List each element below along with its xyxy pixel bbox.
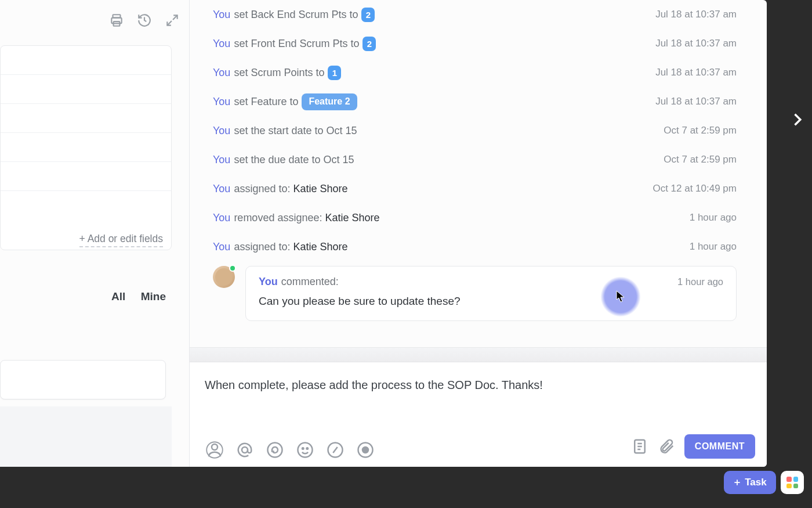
svg-point-15 xyxy=(362,447,368,453)
actor: You xyxy=(213,67,230,79)
comment-actor: You xyxy=(259,276,278,288)
compose-input[interactable]: When complete, please add the process to… xyxy=(205,379,543,392)
activity-text: set Front End Scrum Pts to xyxy=(234,38,359,50)
actor: You xyxy=(213,241,230,253)
slash-command-icon[interactable] xyxy=(327,441,344,459)
field-row[interactable] xyxy=(1,162,171,191)
left-input-card[interactable] xyxy=(0,360,166,399)
comment-block: You commented: 1 hour ago Can you please… xyxy=(213,266,737,321)
timestamp: Oct 7 at 2:59 pm xyxy=(664,125,737,136)
actor: You xyxy=(213,212,230,224)
timestamp: Jul 18 at 10:37 am xyxy=(655,67,737,78)
tab-all[interactable]: All xyxy=(111,290,125,303)
svg-line-4 xyxy=(167,21,172,26)
comment-body: Can you please be sure to update these? xyxy=(259,295,723,308)
timestamp: 1 hour ago xyxy=(690,241,737,253)
custom-fields-card: + Add or edit fields xyxy=(0,45,172,250)
points-badge: 2 xyxy=(361,8,375,22)
activity-row: You set the due date to Oct 15 Oct 7 at … xyxy=(213,145,737,174)
actor: You xyxy=(213,38,230,50)
apps-button[interactable] xyxy=(781,471,804,494)
chevron-right-icon[interactable] xyxy=(789,111,805,128)
comment-timestamp: 1 hour ago xyxy=(677,276,723,287)
assignee-name: Katie Shore xyxy=(293,183,347,195)
timestamp: Jul 18 at 10:37 am xyxy=(655,38,737,49)
section-divider xyxy=(190,347,767,362)
timestamp: Oct 12 at 10:49 pm xyxy=(652,183,737,194)
notes-icon[interactable] xyxy=(631,438,648,455)
activity-feed: You set Back End Scrum Pts to 2 Jul 18 a… xyxy=(213,0,737,321)
mention-icon[interactable] xyxy=(236,441,253,459)
activity-text: set the start date to Oct 15 xyxy=(234,125,357,137)
assign-icon[interactable] xyxy=(206,441,223,459)
assignee-name: Katie Shore xyxy=(325,212,379,224)
actor: You xyxy=(213,154,230,166)
compose-area: When complete, please add the process to… xyxy=(190,362,767,467)
assignee-name: Katie Shore xyxy=(293,241,347,253)
timestamp: Jul 18 at 10:37 am xyxy=(655,9,737,20)
left-shade xyxy=(0,406,172,467)
history-icon[interactable] xyxy=(137,13,152,28)
comment-button[interactable]: COMMENT xyxy=(684,434,755,459)
new-task-button[interactable]: Task xyxy=(724,471,776,494)
field-row[interactable] xyxy=(1,191,171,220)
activity-text: set Back End Scrum Pts to xyxy=(234,9,358,21)
svg-line-13 xyxy=(333,447,338,453)
svg-point-7 xyxy=(242,447,248,453)
activity-row: You assigned to: Katie Shore Oct 12 at 1… xyxy=(213,174,737,203)
print-icon[interactable] xyxy=(109,13,124,28)
actor: You xyxy=(213,183,230,195)
activity-text: set Scrum Points to xyxy=(234,67,324,79)
attachment-icon[interactable] xyxy=(658,438,675,455)
activity-row: You set Feature to Feature 2 Jul 18 at 1… xyxy=(213,87,737,116)
activity-text: assigned to: xyxy=(234,241,290,253)
timestamp: 1 hour ago xyxy=(690,212,737,224)
field-row[interactable] xyxy=(1,133,171,162)
field-row[interactable] xyxy=(1,46,171,75)
add-edit-fields-link[interactable]: + Add or edit fields xyxy=(79,233,163,247)
svg-point-5 xyxy=(212,444,217,450)
emoji-icon[interactable] xyxy=(296,441,314,459)
activity-row: You assigned to: Katie Shore 1 hour ago xyxy=(213,232,737,261)
apps-grid-icon xyxy=(786,477,798,488)
field-row[interactable] xyxy=(1,104,171,133)
svg-point-10 xyxy=(302,448,304,449)
activity-text: removed assignee: xyxy=(234,212,322,224)
record-icon[interactable] xyxy=(357,441,374,459)
points-badge: 2 xyxy=(362,37,376,51)
activity-row: You set Front End Scrum Pts to 2 Jul 18 … xyxy=(213,29,737,58)
avatar[interactable] xyxy=(213,266,235,288)
svg-point-8 xyxy=(268,443,282,457)
plus-icon xyxy=(733,478,741,487)
comment-label: commented: xyxy=(281,276,339,288)
feature-badge: Feature 2 xyxy=(302,93,357,110)
activity-text: assigned to: xyxy=(234,183,290,195)
tab-mine[interactable]: Mine xyxy=(141,290,166,303)
activity-row: You removed assignee: Katie Shore 1 hour… xyxy=(213,203,737,232)
timestamp: Jul 18 at 10:37 am xyxy=(655,96,737,107)
svg-point-9 xyxy=(298,443,313,457)
new-task-label: Task xyxy=(745,477,767,488)
svg-line-3 xyxy=(173,15,177,20)
actor: You xyxy=(213,96,230,108)
field-row[interactable] xyxy=(1,75,171,104)
expand-icon[interactable] xyxy=(165,13,180,28)
activity-row: You set Back End Scrum Pts to 2 Jul 18 a… xyxy=(213,0,737,29)
points-badge: 1 xyxy=(328,66,341,80)
svg-point-11 xyxy=(307,448,309,449)
actor: You xyxy=(213,125,230,137)
comment-card[interactable]: You commented: 1 hour ago Can you please… xyxy=(245,266,737,321)
activity-text: set Feature to xyxy=(234,96,298,108)
activity-text: set the due date to Oct 15 xyxy=(234,154,354,166)
timestamp: Oct 7 at 2:59 pm xyxy=(664,154,737,165)
activity-row: You set Scrum Points to 1 Jul 18 at 10:3… xyxy=(213,58,737,87)
presence-dot xyxy=(229,265,236,272)
refresh-icon[interactable] xyxy=(266,441,284,459)
actor: You xyxy=(213,9,230,21)
activity-row: You set the start date to Oct 15 Oct 7 a… xyxy=(213,116,737,145)
